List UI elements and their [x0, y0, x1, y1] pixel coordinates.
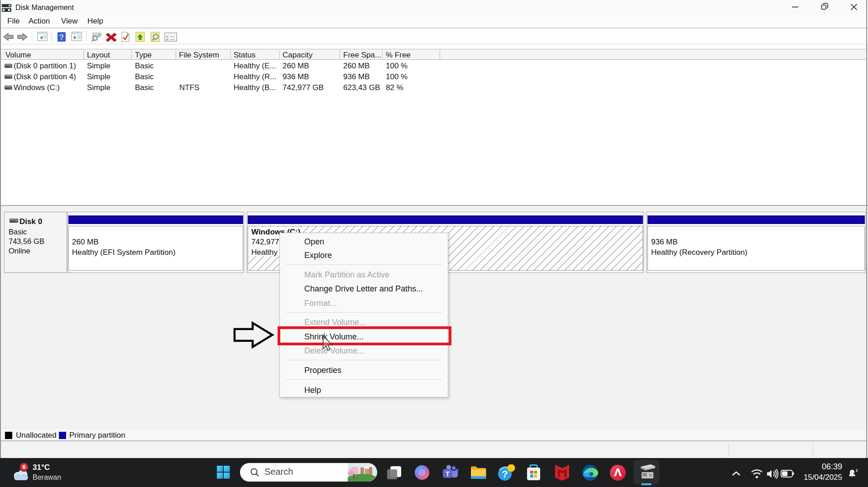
svg-text:?: ?	[502, 468, 508, 480]
svg-text:?: ?	[59, 33, 64, 42]
svg-text:z: z	[856, 468, 858, 473]
svg-text:z: z	[853, 471, 855, 475]
svg-text:T: T	[446, 470, 450, 477]
